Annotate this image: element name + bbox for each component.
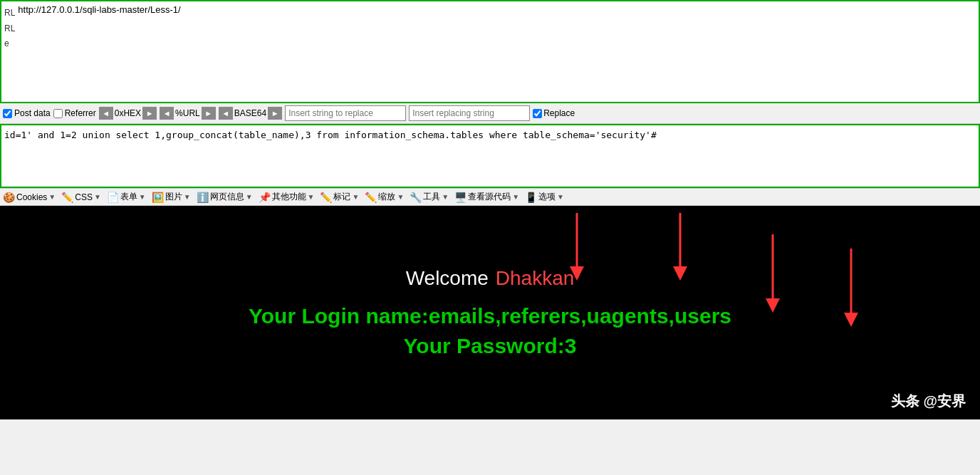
zoom-menu[interactable]: ✏️ 缩放 ▼ [365, 191, 404, 203]
sql-query-text: id=1' and 1=2 union select 1,group_conca… [4, 130, 657, 140]
zoom-dropdown-icon: ▼ [397, 193, 404, 201]
tools-icon: 🔧 [410, 192, 422, 203]
welcome-line: Welcome Dhakkan [406, 267, 575, 290]
url-left-btn[interactable]: ◄ [160, 107, 174, 120]
svg-marker-5 [766, 298, 780, 313]
options-menu[interactable]: 📱 选项 ▼ [525, 191, 564, 203]
pageinfo-menu[interactable]: ℹ️ 网页信息 ▼ [197, 191, 253, 203]
form-dropdown-icon: ▼ [139, 193, 146, 201]
cookies-label: Cookies [16, 192, 47, 202]
url-section: RL RL e http://127.0.0.1/sqli-labs-maste… [0, 0, 980, 103]
web-content-area: Welcome Dhakkan Your Login name:emails,r… [0, 206, 980, 419]
referrer-check[interactable] [53, 109, 63, 118]
mark-menu[interactable]: ✏️ 标记 ▼ [320, 191, 359, 203]
insert-replacing-input[interactable] [409, 105, 530, 121]
sql-section[interactable]: id=1' and 1=2 union select 1,group_conca… [0, 124, 980, 188]
viewsource-dropdown-icon: ▼ [512, 193, 519, 201]
other-icon: 📌 [259, 192, 271, 203]
dhakkan-text: Dhakkan [496, 267, 575, 290]
bottom-toolbar: 🍪 Cookies ▼ ✏️ CSS ▼ 📄 表单 ▼ 🖼️ 图片 ▼ ℹ️ 网… [0, 188, 980, 206]
post-data-checkbox[interactable]: Post data [3, 108, 51, 118]
pageinfo-icon: ℹ️ [197, 192, 209, 203]
mark-icon: ✏️ [320, 192, 332, 203]
hex-right-btn[interactable]: ► [142, 107, 157, 120]
cookies-icon: 🍪 [3, 192, 15, 203]
replace-check[interactable] [533, 109, 542, 118]
url-value[interactable]: http://127.0.0.1/sqli-labs-master/Less-1… [18, 4, 976, 15]
tools-dropdown-icon: ▼ [442, 193, 449, 201]
other-label: 其他功能 [272, 191, 306, 203]
form-menu[interactable]: 📄 表单 ▼ [107, 191, 146, 203]
pageinfo-dropdown-icon: ▼ [246, 193, 253, 201]
post-data-label: Post data [14, 108, 51, 118]
viewsource-label: 查看源代码 [468, 191, 511, 203]
main-toolbar: Post data Referrer ◄ 0xHEX ► ◄ %URL ► ◄ … [0, 103, 980, 124]
referrer-label: Referrer [65, 108, 96, 118]
url-encode-label[interactable]: %URL [175, 108, 200, 118]
base64-label[interactable]: BASE64 [234, 108, 266, 118]
replace-checkbox-group[interactable]: Replace [533, 108, 575, 118]
css-icon: ✏️ [61, 192, 73, 203]
tools-menu[interactable]: 🔧 工具 ▼ [410, 191, 449, 203]
form-icon: 📄 [107, 192, 119, 203]
url-label-2: RL [4, 21, 15, 37]
pageinfo-label: 网页信息 [210, 191, 244, 203]
zoom-label: 缩放 [378, 191, 395, 203]
viewsource-menu[interactable]: 🖥️ 查看源代码 ▼ [454, 191, 519, 203]
referrer-checkbox[interactable]: Referrer [53, 108, 96, 118]
css-dropdown-icon: ▼ [94, 193, 101, 201]
replace-label: Replace [543, 108, 575, 118]
css-label: CSS [75, 192, 93, 202]
image-label: 图片 [165, 191, 182, 203]
svg-marker-7 [844, 313, 858, 327]
tools-label: 工具 [423, 191, 440, 203]
image-dropdown-icon: ▼ [184, 193, 191, 201]
url-encode-group: ◄ %URL ► [160, 107, 216, 120]
base64-left-btn[interactable]: ◄ [219, 107, 233, 120]
cookies-menu[interactable]: 🍪 Cookies ▼ [3, 192, 56, 203]
viewsource-icon: 🖥️ [454, 192, 466, 203]
options-icon: 📱 [525, 192, 537, 203]
other-menu[interactable]: 📌 其他功能 ▼ [259, 191, 315, 203]
options-label: 选项 [538, 191, 556, 203]
hex-label[interactable]: 0xHEX [115, 108, 141, 118]
hex-group: ◄ 0xHEX ► [99, 107, 157, 120]
watermark-text: 头条 @安界 [891, 392, 966, 411]
image-icon: 🖼️ [152, 192, 164, 203]
image-menu[interactable]: 🖼️ 图片 ▼ [152, 191, 191, 203]
zoom-icon: ✏️ [365, 192, 377, 203]
form-label: 表单 [120, 191, 137, 203]
base64-group: ◄ BASE64 ► [219, 107, 282, 120]
svg-marker-3 [673, 266, 687, 281]
mark-dropdown-icon: ▼ [352, 193, 359, 201]
css-menu[interactable]: ✏️ CSS ▼ [61, 192, 101, 203]
hex-left-btn[interactable]: ◄ [99, 107, 113, 120]
cookies-dropdown-icon: ▼ [48, 193, 56, 201]
url-label-3: e [4, 36, 15, 52]
url-right-btn[interactable]: ► [202, 107, 216, 120]
url-label-1: RL [4, 6, 15, 21]
url-labels: RL RL e [4, 4, 15, 52]
insert-string-input[interactable] [285, 105, 406, 121]
password-text: Your Password:3 [404, 334, 577, 358]
mark-label: 标记 [333, 191, 350, 203]
post-data-check[interactable] [3, 109, 12, 118]
welcome-text: Welcome [406, 267, 489, 290]
options-dropdown-icon: ▼ [557, 193, 564, 201]
login-name-text: Your Login name:emails,referers,uagents,… [249, 304, 731, 328]
base64-right-btn[interactable]: ► [268, 107, 282, 120]
other-dropdown-icon: ▼ [308, 193, 315, 201]
